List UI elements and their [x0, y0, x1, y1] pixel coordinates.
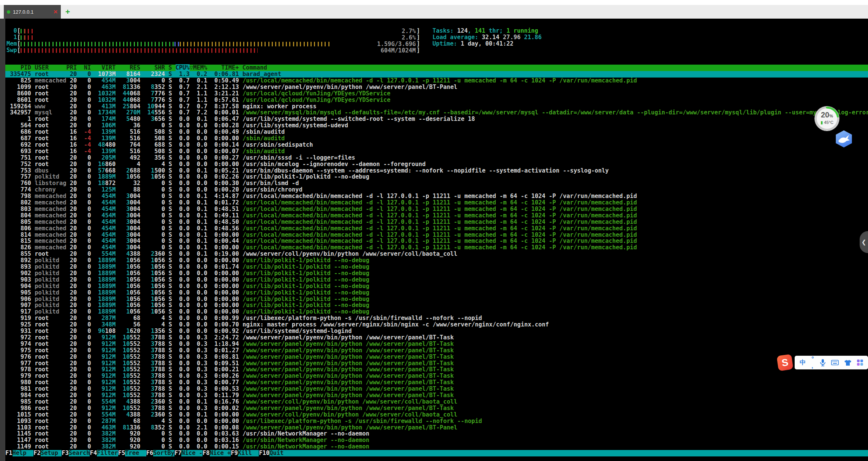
- process-row[interactable]: 1093 root 20 0 287M 68 4 S 0.0 0.0 0:00.…: [5, 418, 868, 425]
- fkey-action-tree[interactable]: Tree: [125, 450, 146, 456]
- fkey-f2[interactable]: F2: [33, 450, 41, 456]
- process-row[interactable]: 906 polkitd 20 0 1889M 1056 1056 S 0.0 0…: [5, 296, 868, 303]
- fkey-action-nice-[interactable]: Nice -: [181, 450, 203, 456]
- process-row[interactable]: 978 root 20 0 912M 10552 3788 S 0.0 0.3 …: [5, 366, 868, 373]
- fkey-action-nice-[interactable]: Nice +: [210, 450, 231, 456]
- process-row[interactable]: 751 root 20 0 205M 492 356 S 0.0 0.0 0:0…: [5, 155, 868, 161]
- process-row[interactable]: 976 root 20 0 912M 10552 3788 S 0.0 0.3 …: [5, 354, 868, 360]
- process-row[interactable]: 159264 www 20 0 413M 25804 10944 S 0.7 0…: [5, 103, 868, 110]
- fkey-action-kill[interactable]: Kill: [238, 450, 259, 456]
- close-tab-icon[interactable]: ✕: [53, 9, 58, 15]
- fkey-f1[interactable]: F1: [5, 450, 13, 456]
- process-row[interactable]: 752 root 20 0 16860 4 4 S 0.0 0.0 0:00.0…: [5, 161, 868, 168]
- process-row[interactable]: 977 root 20 0 912M 10552 3788 S 0.0 0.3 …: [5, 360, 868, 367]
- keyboard-icon[interactable]: [831, 360, 839, 365]
- process-row[interactable]: 687 root 16 -4 139M 516 508 S 0.0 0.0 0:…: [5, 135, 868, 142]
- process-row[interactable]: 686 root 16 -4 139M 516 508 S 0.0 0.0 0:…: [5, 129, 868, 135]
- fkey-action-search[interactable]: Search: [69, 450, 90, 456]
- fkey-f4[interactable]: F4: [90, 450, 97, 456]
- sort-indicator-icon: ▽: [190, 64, 193, 71]
- process-row[interactable]: 974 root 20 0 912M 10552 3788 S 0.0 0.3 …: [5, 341, 868, 347]
- process-row[interactable]: 692 root 16 -4 48480 764 688 S 0.0 0.0 0…: [5, 142, 868, 148]
- process-row[interactable]: 1015 root 20 0 554M 4388 2360 S 0.0 0.1 …: [5, 412, 868, 418]
- terminal-tab[interactable]: 127.0.0.1 ✕: [4, 5, 61, 19]
- meter-1: 1[2.6%]: [6, 34, 420, 41]
- process-row[interactable]: 806 memcached 20 0 454M 3004 0 S 0.0 0.1…: [5, 225, 868, 232]
- fkey-f6[interactable]: F6: [146, 450, 154, 456]
- fkey-action-filter[interactable]: Filter: [97, 450, 118, 456]
- fkey-f10[interactable]: F10: [259, 450, 269, 456]
- process-row[interactable]: 1103 root 20 0 463M 81336 8352 S 0.0 2.1…: [5, 425, 868, 431]
- process-row[interactable]: 972 root 20 0 912M 10552 3788 S 0.0 0.3 …: [5, 334, 868, 341]
- ime-menu-grid-icon[interactable]: [857, 360, 863, 366]
- fbar-fill: [291, 450, 868, 456]
- process-row[interactable]: 342957 mysql 20 0 1734M 270M 14556 S 0.7…: [5, 109, 868, 116]
- process-row[interactable]: 825 memcached 20 0 454M 3004 0 S 0.7 0.1…: [5, 78, 868, 84]
- process-row[interactable]: 980 root 20 0 912M 10552 3788 S 0.0 0.3 …: [5, 379, 868, 386]
- process-row[interactable]: 905 polkitd 20 0 1889M 1056 1056 S 0.0 0…: [5, 290, 868, 296]
- fkey-action-quit[interactable]: Quit: [269, 450, 291, 456]
- process-row[interactable]: 8601 root 20 0 1032M 44068 7776 S 0.7 1.…: [5, 97, 868, 103]
- process-row[interactable]: 903 polkitd 20 0 1889M 1056 1056 S 0.0 0…: [5, 277, 868, 283]
- process-row[interactable]: 774 chrony 20 0 125M 88 0 S 0.0 0.0 0:00…: [5, 187, 868, 193]
- sort-column-cpu: CPU%: [176, 64, 190, 71]
- fkey-action-help[interactable]: Help: [13, 450, 34, 456]
- fkey-action-setup[interactable]: Setup: [41, 450, 62, 456]
- process-row[interactable]: 907 polkitd 20 0 1889M 1056 1056 S 0.0 0…: [5, 302, 868, 309]
- fkey-f8[interactable]: F8: [203, 450, 210, 456]
- chinese-mode-icon[interactable]: 中: [800, 359, 806, 367]
- process-row[interactable]: 757 polkitd 20 0 1889M 1056 1056 S 0.0 0…: [5, 174, 868, 180]
- process-row[interactable]: 984 root 20 0 912M 10552 3788 S 0.0 0.3 …: [5, 392, 868, 399]
- process-row[interactable]: 804 memcached 20 0 454M 3004 0 S 0.0 0.1…: [5, 212, 868, 219]
- process-row[interactable]: 826 memcached 20 0 454M 3004 0 S 0.0 0.1…: [5, 244, 868, 251]
- process-row[interactable]: 802 memcached 20 0 454M 3004 0 S 0.0 0.1…: [5, 200, 868, 206]
- fkey-f5[interactable]: F5: [118, 450, 125, 456]
- process-row[interactable]: 814 memcached 20 0 454M 3004 0 S 0.0 0.1…: [5, 232, 868, 238]
- process-row[interactable]: 803 memcached 20 0 454M 3004 0 S 0.0 0.1…: [5, 206, 868, 212]
- process-row[interactable]: 979 root 20 0 912M 10552 3788 S 0.0 0.3 …: [5, 373, 868, 379]
- process-row[interactable]: 985 root 20 0 554M 4388 2360 S 0.0 0.1 0…: [5, 399, 868, 405]
- function-key-bar: F1Help F2Setup F3SearchF4FilterF5Tree F6…: [5, 450, 868, 456]
- process-row-selected[interactable]: 335475 root 20 0 1073M 8164 2324 S 1.3 0…: [5, 71, 868, 78]
- punctuation-icon[interactable]: °‚: [811, 356, 814, 369]
- process-row[interactable]: 902 polkitd 20 0 1889M 1056 1056 S 0.0 0…: [5, 270, 868, 277]
- process-row[interactable]: 693 root 16 -4 139M 516 508 S 0.0 0.0 0:…: [5, 148, 868, 155]
- microphone-icon[interactable]: [820, 359, 825, 366]
- process-row[interactable]: 1149 root 20 0 382M 920 0 S 0.0 0.0 0:00…: [5, 444, 868, 450]
- process-row[interactable]: 1 root 20 0 174M 5480 3656 S 0.0 0.1 0:0…: [5, 116, 868, 122]
- process-row[interactable]: 893 polkitd 20 0 1889M 1056 1056 S 0.0 0…: [5, 264, 868, 270]
- process-row[interactable]: 855 root 20 0 554M 4388 2360 S 0.0 0.1 0…: [5, 251, 868, 257]
- process-row[interactable]: 904 polkitd 20 0 1889M 1056 1056 S 0.0 0…: [5, 283, 868, 290]
- process-row[interactable]: 8600 root 20 0 1032M 44068 7776 S 0.7 1.…: [5, 90, 868, 97]
- process-row[interactable]: 925 root 20 0 348M 56 4 S 0.0 0.0 0:00.7…: [5, 322, 868, 328]
- fkey-f7[interactable]: F7: [174, 450, 182, 456]
- fkey-f3[interactable]: F3: [62, 450, 69, 456]
- process-row[interactable]: 1147 root 20 0 382M 920 0 S 0.0 0.0 0:03…: [5, 437, 868, 444]
- window-top-strip: [0, 0, 868, 5]
- process-row[interactable]: 798 memcached 20 0 454M 3004 0 S 0.0 0.1…: [5, 193, 868, 200]
- new-tab-icon[interactable]: +: [65, 6, 70, 17]
- skin-tshirt-icon[interactable]: [844, 360, 851, 366]
- fkey-f9[interactable]: F9: [231, 450, 238, 456]
- hummingbird-icon: [838, 133, 850, 144]
- process-row[interactable]: 815 memcached 20 0 454M 3004 0 S 0.0 0.1…: [5, 238, 868, 244]
- process-row[interactable]: 805 memcached 20 0 454M 3004 0 S 0.0 0.1…: [5, 219, 868, 225]
- meter-swp: Swp[604M/1024M]: [6, 47, 420, 54]
- process-table-header[interactable]: PID USER PRI NI VIRT RES SHR S CPU%▽MEM%…: [5, 65, 868, 71]
- process-row[interactable]: 975 root 20 0 912M 10552 3788 S 0.0 0.3 …: [5, 347, 868, 354]
- process-row[interactable]: 760 libstorag 20 0 18872 32 0 S 0.0 0.0 …: [5, 180, 868, 187]
- process-row[interactable]: 1145 root 20 0 382M 920 0 S 0.0 0.0 0:03…: [5, 431, 868, 437]
- process-row[interactable]: 1099 root 20 0 463M 81336 8352 S 0.7 2.1…: [5, 84, 868, 90]
- fkey-action-sortby[interactable]: SortBy: [153, 450, 174, 456]
- performance-badge[interactable]: 20% ▮ 45°C: [815, 106, 839, 131]
- process-row[interactable]: 753 dbus 20 0 57668 2688 1500 S 0.0 0.1 …: [5, 168, 868, 174]
- process-row[interactable]: 919 root 20 0 287M 68 4 S 0.0 0.0 0:00.9…: [5, 315, 868, 322]
- process-row[interactable]: 931 root 20 0 96108 1620 1356 S 0.0 0.0 …: [5, 328, 868, 334]
- sogou-logo-icon[interactable]: S: [776, 354, 793, 371]
- process-row[interactable]: 986 root 20 0 912M 10552 3788 S 0.0 0.3 …: [5, 405, 868, 412]
- process-row[interactable]: 564 root 20 0 106M 36 0 S 0.0 0.0 0:00.2…: [5, 122, 868, 129]
- process-row[interactable]: 981 root 20 0 912M 10552 3788 S 0.0 0.3 …: [5, 386, 868, 392]
- process-row[interactable]: 917 polkitd 20 0 1889M 1056 1056 S 0.0 0…: [5, 309, 868, 315]
- process-row[interactable]: 892 polkitd 20 0 1889M 1056 1056 S 0.0 0…: [5, 257, 868, 264]
- htop-terminal[interactable]: 0[2.7%] 1[2.6%]Mem[1.59G/3.69G]Swp[604M/…: [5, 19, 868, 461]
